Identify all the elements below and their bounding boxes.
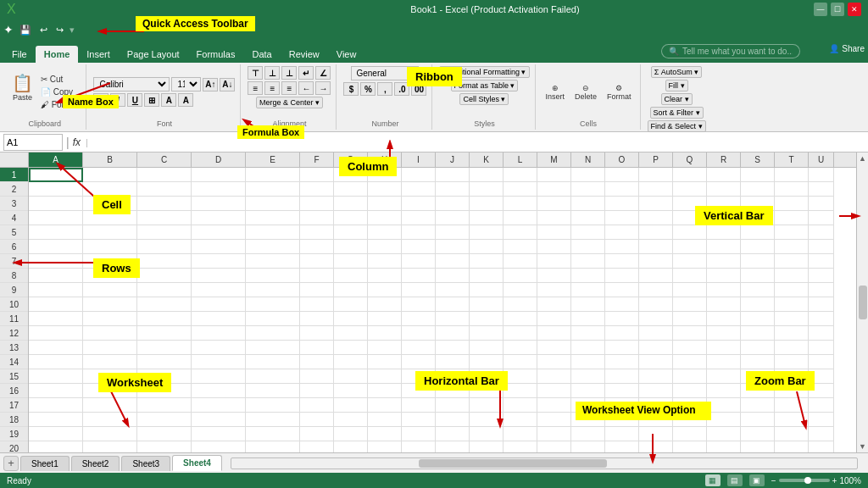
cell-R16[interactable] — [707, 384, 741, 398]
cell-A15[interactable] — [29, 369, 83, 384]
increase-font-button[interactable]: A↑ — [203, 78, 218, 92]
cell-T20[interactable] — [775, 441, 809, 452]
zoom-plus-button[interactable]: + — [832, 476, 837, 485]
cell-J3[interactable] — [436, 197, 470, 211]
tab-formulas[interactable]: Formulas — [188, 46, 244, 63]
cell-A20[interactable] — [29, 441, 83, 452]
cell-B11[interactable] — [83, 312, 137, 326]
cell-I6[interactable] — [402, 240, 436, 254]
cell-B10[interactable] — [83, 297, 137, 312]
cell-A19[interactable] — [29, 427, 83, 441]
cell-R7[interactable] — [707, 254, 741, 269]
align-middle-button[interactable]: ⊥ — [264, 66, 280, 80]
tab-insert[interactable]: Insert — [78, 46, 119, 63]
cell-E12[interactable] — [246, 326, 300, 341]
cell-Q11[interactable] — [673, 312, 707, 326]
cell-T11[interactable] — [775, 312, 809, 326]
cell-K5[interactable] — [470, 225, 504, 240]
col-header-B[interactable]: B — [83, 152, 137, 167]
cell-G4[interactable] — [334, 211, 368, 225]
cell-Q13[interactable] — [673, 341, 707, 355]
decrease-font-button[interactable]: A↓ — [220, 78, 235, 92]
cell-N8[interactable] — [571, 269, 605, 283]
cell-I10[interactable] — [402, 297, 436, 312]
tab-review[interactable]: Review — [281, 46, 328, 63]
cell-F4[interactable] — [300, 211, 334, 225]
cell-R10[interactable] — [707, 297, 741, 312]
page-layout-view-button[interactable]: ▤ — [727, 474, 743, 486]
cell-H3[interactable] — [368, 197, 402, 211]
cell-H7[interactable] — [368, 254, 402, 269]
cell-G17[interactable] — [334, 398, 368, 413]
cell-G16[interactable] — [334, 384, 368, 398]
cell-L14[interactable] — [504, 355, 537, 369]
cell-E9[interactable] — [246, 283, 300, 297]
cell-G18[interactable] — [334, 413, 368, 427]
align-bottom-button[interactable]: ⊥ — [281, 66, 297, 80]
row-num-6[interactable]: 6 — [0, 240, 28, 254]
redo-qat-button[interactable]: ↪ — [53, 24, 66, 36]
cell-D10[interactable] — [192, 297, 246, 312]
cell-E15[interactable] — [246, 369, 300, 384]
cell-L20[interactable] — [504, 441, 537, 452]
cell-P11[interactable] — [639, 312, 673, 326]
cell-F8[interactable] — [300, 269, 334, 283]
cell-styles-button[interactable]: Cell Styles ▾ — [459, 93, 509, 105]
cell-M15[interactable] — [537, 369, 571, 384]
cell-Q2[interactable] — [673, 182, 707, 197]
cell-K2[interactable] — [470, 182, 504, 197]
cell-O11[interactable] — [605, 312, 639, 326]
percent-button[interactable]: % — [360, 82, 376, 96]
cell-M18[interactable] — [537, 413, 571, 427]
cell-R5[interactable] — [707, 225, 741, 240]
cell-P14[interactable] — [639, 355, 673, 369]
col-header-T[interactable]: T — [775, 152, 809, 167]
cell-T4[interactable] — [775, 211, 809, 225]
cell-D15[interactable] — [192, 369, 246, 384]
cell-A8[interactable] — [29, 269, 83, 283]
cell-H13[interactable] — [368, 341, 402, 355]
cell-G20[interactable] — [334, 441, 368, 452]
cell-Q7[interactable] — [673, 254, 707, 269]
cell-P19[interactable] — [639, 427, 673, 441]
cell-M17[interactable] — [537, 398, 571, 413]
row-num-19[interactable]: 19 — [0, 427, 28, 441]
row-num-14[interactable]: 14 — [0, 355, 28, 369]
tab-view[interactable]: View — [328, 46, 365, 63]
cell-S1[interactable] — [741, 168, 775, 182]
cell-U2[interactable] — [809, 182, 834, 197]
cell-N14[interactable] — [571, 355, 605, 369]
col-header-Q[interactable]: Q — [673, 152, 707, 167]
row-num-8[interactable]: 8 — [0, 269, 28, 283]
cell-D6[interactable] — [192, 240, 246, 254]
cell-C13[interactable] — [137, 341, 192, 355]
cell-N6[interactable] — [571, 240, 605, 254]
cell-B19[interactable] — [83, 427, 137, 441]
cell-S7[interactable] — [741, 254, 775, 269]
cell-O7[interactable] — [605, 254, 639, 269]
cell-R19[interactable] — [707, 427, 741, 441]
cell-K9[interactable] — [470, 283, 504, 297]
cell-D16[interactable] — [192, 384, 246, 398]
cell-K11[interactable] — [470, 312, 504, 326]
cell-O4[interactable] — [605, 211, 639, 225]
cell-P3[interactable] — [639, 197, 673, 211]
cell-S10[interactable] — [741, 297, 775, 312]
cell-I13[interactable] — [402, 341, 436, 355]
cell-R18[interactable] — [707, 413, 741, 427]
cell-U8[interactable] — [809, 269, 834, 283]
col-header-O[interactable]: O — [605, 152, 639, 167]
cell-M14[interactable] — [537, 355, 571, 369]
font-name-select[interactable]: Calibri — [93, 77, 170, 92]
cell-A6[interactable] — [29, 240, 83, 254]
cell-J11[interactable] — [436, 312, 470, 326]
cell-S8[interactable] — [741, 269, 775, 283]
cell-L10[interactable] — [504, 297, 537, 312]
cell-C9[interactable] — [137, 283, 192, 297]
cell-J2[interactable] — [436, 182, 470, 197]
cell-J13[interactable] — [436, 341, 470, 355]
cell-J4[interactable] — [436, 211, 470, 225]
cell-N7[interactable] — [571, 254, 605, 269]
cell-B6[interactable] — [83, 240, 137, 254]
cell-M19[interactable] — [537, 427, 571, 441]
